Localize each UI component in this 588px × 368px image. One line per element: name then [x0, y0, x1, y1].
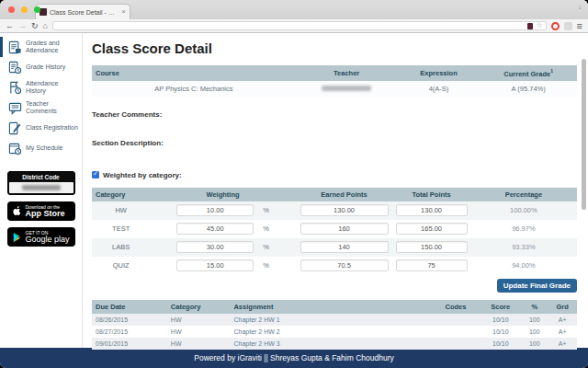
- weighting-input[interactable]: [176, 223, 254, 235]
- assignment-name[interactable]: Chapter 2 HW 1: [230, 316, 431, 323]
- course-name: AP Physics C: Mechanics: [92, 81, 296, 97]
- sidebar-item-label: Grade History: [26, 63, 65, 71]
- teacher-comments-label: Teacher Comments:: [92, 110, 577, 119]
- update-final-grade-button[interactable]: Update Final Grade: [497, 279, 577, 293]
- bookmark-star-icon[interactable]: ☆: [536, 22, 542, 29]
- assignment-name[interactable]: Chapter 2 HW 2: [230, 328, 431, 335]
- page-scrollbar[interactable]: [582, 59, 586, 210]
- codes-header: Codes: [432, 300, 481, 314]
- sidebar-item-my-schedule[interactable]: My Schedule: [0, 138, 82, 158]
- weighted-by-category-label: Weighted by category:: [103, 171, 182, 179]
- sidebar-item-attendance-history[interactable]: Attendance History: [0, 77, 82, 98]
- page-title: Class Score Detail: [92, 40, 577, 56]
- teacher-name-redacted: [296, 81, 398, 97]
- forward-icon[interactable]: →: [18, 22, 27, 30]
- assignment-row: 09/01/2015 HW Chapter 2 HW 3 10/10 100 A…: [92, 338, 577, 350]
- weighting-input[interactable]: [176, 204, 254, 216]
- category-header: Category: [92, 188, 150, 201]
- district-code-label: District Code: [8, 172, 74, 182]
- zoom-window-button[interactable]: [34, 6, 40, 13]
- total-points-header: Total Points: [392, 188, 469, 201]
- percentage-value: 94.00%: [470, 261, 577, 270]
- category-value: LABS: [92, 243, 150, 251]
- assignment-row: 08/26/2015 HW Chapter 2 HW 1 10/10 100 A…: [92, 314, 577, 326]
- due-date: 08/26/2015: [92, 316, 167, 323]
- assignment-name[interactable]: Chapter 2 HW 3: [230, 340, 431, 347]
- footer-text: Powered by iGraviti || Shreyas Gupta & F…: [194, 353, 394, 362]
- earned-points-input[interactable]: [300, 223, 389, 235]
- grade-letter: A+: [548, 328, 577, 335]
- score[interactable]: 10/10: [480, 328, 521, 335]
- assignment-category: HW: [167, 328, 231, 335]
- current-grade-header: Current Grade1: [480, 65, 577, 81]
- total-points-input[interactable]: [396, 259, 468, 271]
- earned-points-input[interactable]: [300, 259, 389, 271]
- tab-title: Class Score Detail - Powe: [50, 9, 119, 16]
- extension-disabled-icon[interactable]: [564, 22, 572, 30]
- sidebar-item-class-registration[interactable]: Class Registration: [0, 118, 82, 138]
- grade-history-icon: [8, 61, 22, 75]
- window-controls: [8, 6, 40, 13]
- back-icon[interactable]: ←: [6, 22, 14, 30]
- earned-points-input[interactable]: [300, 204, 389, 216]
- earned-points-input[interactable]: [300, 241, 389, 253]
- earned-points-header: Earned Points: [296, 188, 393, 201]
- percentage-header: Percentage: [470, 188, 577, 201]
- my-schedule-icon: [8, 142, 22, 155]
- sidebar-item-grade-history[interactable]: Grade History: [0, 57, 82, 77]
- close-window-button[interactable]: [8, 6, 15, 13]
- weighted-by-category-checkbox[interactable]: [92, 171, 99, 178]
- score-percent: 100: [521, 328, 548, 335]
- assignment-category: HW: [167, 316, 231, 323]
- district-code-redacted: [22, 185, 61, 190]
- apple-icon: [12, 205, 22, 217]
- percentage-value: 100.00%: [470, 206, 577, 214]
- downloads-icon[interactable]: ↓: [578, 3, 582, 11]
- browser-tab[interactable]: Class Score Detail - Powe ×: [35, 4, 130, 19]
- attendance-history-icon: [8, 81, 22, 95]
- sidebar-item-label: Attendance History: [26, 80, 79, 95]
- score[interactable]: 10/10: [480, 340, 521, 347]
- sidebar-item-label: Teacher Comments: [26, 100, 79, 115]
- course-row: AP Physics C: Mechanics 4(A-S) A (95.74%…: [92, 81, 577, 97]
- sidebar-item-grades-and-attendance[interactable]: Grades and Attendance: [0, 37, 82, 57]
- total-points-input[interactable]: [396, 223, 468, 235]
- course-table-header: Course Teacher Expression Current Grade1: [92, 65, 577, 81]
- browser-menu-icon[interactable]: ≡: [577, 21, 582, 30]
- teacher-comments-icon: [8, 101, 22, 115]
- grade-letter: A+: [548, 340, 577, 347]
- due-date-header: Due Date: [92, 300, 167, 314]
- google-play-icon: [12, 232, 22, 243]
- due-date: 08/27/2015: [92, 328, 167, 335]
- weighting-table-header: Category Weighting Earned Points Total P…: [92, 188, 577, 201]
- minimize-window-button[interactable]: [21, 6, 28, 13]
- weighting-header: Weighting: [150, 188, 295, 201]
- sidebar-item-label: Class Registration: [26, 124, 78, 132]
- refresh-icon[interactable]: ↻: [31, 22, 39, 30]
- current-grade-value: A (95.74%): [480, 81, 577, 97]
- weighting-input[interactable]: [176, 241, 254, 253]
- google-play-badge-text: GET IT ON Google play: [26, 230, 70, 244]
- percentage-value: 96.97%: [470, 224, 577, 233]
- app-store-badge-text: Download on the App Store: [26, 204, 65, 218]
- extension-red-icon[interactable]: [551, 22, 560, 30]
- sidebar-item-teacher-comments[interactable]: Teacher Comments: [0, 98, 82, 118]
- percent-sign: %: [263, 243, 269, 251]
- page-footer: Powered by iGraviti || Shreyas Gupta & F…: [0, 348, 588, 368]
- grd-header: Grd: [548, 300, 577, 314]
- percent-sign: %: [263, 206, 269, 214]
- tab-close-icon[interactable]: ×: [121, 8, 126, 16]
- browser-window: Class Score Detail - Powe × ↓ ← → ↻ ⌂ ☆ …: [0, 0, 588, 368]
- total-points-input[interactable]: [396, 204, 468, 216]
- total-points-input[interactable]: [396, 241, 468, 253]
- bookmark-extension-icon[interactable]: [527, 23, 533, 29]
- address-bar[interactable]: ☆: [52, 21, 547, 30]
- google-play-badge[interactable]: GET IT ON Google play: [7, 227, 75, 247]
- weighting-input[interactable]: [176, 259, 254, 271]
- app-store-badge[interactable]: Download on the App Store: [7, 201, 75, 221]
- home-icon[interactable]: ⌂: [43, 22, 48, 30]
- category-value: QUIZ: [92, 261, 150, 270]
- district-code-field: [9, 182, 74, 193]
- score[interactable]: 10/10: [480, 316, 521, 323]
- percent-header: %: [521, 300, 548, 314]
